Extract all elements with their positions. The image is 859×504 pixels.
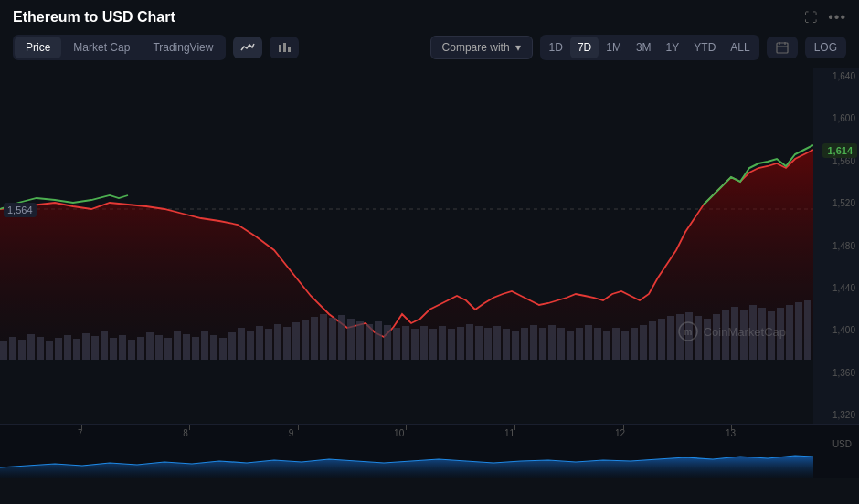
tf-7d[interactable]: 7D	[570, 37, 599, 58]
svg-rect-17	[82, 333, 90, 360]
svg-rect-65	[521, 328, 528, 360]
svg-rect-40	[292, 322, 300, 360]
compare-dropdown-icon: ▾	[515, 41, 521, 54]
chart-header: Ethereum to USD Chart ⛶ •••	[0, 0, 859, 31]
expand-icon[interactable]: ⛶	[804, 10, 817, 25]
svg-rect-36	[256, 326, 263, 360]
tf-1y[interactable]: 1Y	[659, 37, 687, 58]
line-chart-button[interactable]	[233, 37, 262, 58]
tf-all[interactable]: ALL	[723, 37, 757, 58]
svg-rect-76	[621, 331, 629, 360]
start-price-label: 1,564	[4, 203, 37, 217]
svg-rect-39	[283, 327, 291, 360]
bar-chart-icon	[277, 41, 292, 54]
svg-rect-16	[73, 339, 80, 360]
log-button[interactable]: LOG	[805, 37, 846, 58]
svg-rect-81	[667, 316, 674, 360]
svg-rect-8	[0, 341, 7, 360]
svg-rect-35	[247, 331, 254, 360]
svg-rect-15	[64, 335, 71, 360]
svg-rect-94	[786, 305, 793, 360]
tf-3m[interactable]: 3M	[629, 37, 659, 58]
tab-market-cap[interactable]: Market Cap	[62, 37, 141, 58]
svg-rect-13	[46, 341, 53, 360]
svg-rect-47	[356, 321, 364, 360]
svg-rect-10	[18, 340, 26, 360]
svg-rect-11	[27, 334, 35, 360]
svg-rect-61	[484, 328, 492, 360]
svg-rect-56	[439, 326, 446, 360]
chart-area: 1,640 1,600 1,560 1,520 1,480 1,440 1,40…	[0, 68, 859, 424]
usd-label: USD	[832, 439, 852, 449]
svg-rect-26	[164, 338, 172, 360]
tick-12	[623, 425, 624, 430]
compare-button[interactable]: Compare with ▾	[430, 36, 533, 59]
watermark: m CoinMarketCap	[678, 321, 786, 341]
svg-rect-23	[137, 337, 144, 360]
svg-rect-64	[512, 331, 519, 360]
svg-rect-60	[475, 326, 483, 360]
svg-rect-55	[430, 329, 437, 360]
svg-rect-77	[631, 328, 638, 360]
y-label-1520: 1,520	[817, 198, 855, 208]
svg-text:m: m	[684, 327, 692, 337]
svg-rect-30	[201, 331, 208, 360]
tick-7	[81, 425, 82, 430]
view-tab-group: Price Market Cap TradingView	[13, 35, 226, 60]
svg-rect-21	[119, 335, 126, 360]
svg-rect-14	[55, 338, 62, 360]
svg-rect-63	[503, 329, 510, 360]
svg-rect-22	[128, 340, 135, 360]
line-chart-icon	[240, 41, 255, 54]
y-label-1480: 1,480	[817, 241, 855, 251]
more-icon[interactable]: •••	[828, 9, 846, 26]
svg-rect-24	[146, 332, 154, 360]
svg-rect-58	[457, 327, 464, 360]
svg-rect-34	[238, 328, 245, 360]
tab-tradingview[interactable]: TradingView	[142, 37, 224, 58]
cmc-logo-icon: m	[678, 321, 698, 341]
svg-rect-28	[183, 334, 190, 360]
svg-rect-48	[366, 324, 373, 360]
svg-rect-95	[795, 302, 802, 360]
svg-rect-53	[411, 329, 419, 360]
svg-rect-70	[567, 331, 574, 360]
svg-rect-9	[9, 337, 16, 360]
toolbar: Price Market Cap TradingView Compare wit…	[0, 31, 859, 68]
tick-10	[406, 425, 407, 430]
svg-rect-38	[274, 324, 281, 360]
svg-rect-49	[375, 321, 382, 360]
end-price-label: 1,614	[822, 143, 857, 158]
price-chart	[0, 68, 813, 424]
svg-rect-32	[219, 338, 227, 360]
svg-rect-96	[804, 300, 811, 360]
svg-rect-18	[91, 336, 99, 360]
tf-ytd[interactable]: YTD	[686, 37, 723, 58]
bar-chart-button[interactable]	[270, 37, 299, 58]
svg-rect-73	[594, 328, 601, 360]
y-label-1640: 1,640	[817, 71, 855, 81]
tf-1m[interactable]: 1M	[599, 37, 629, 58]
svg-rect-20	[110, 338, 117, 360]
svg-rect-2	[288, 47, 291, 52]
y-label-1320: 1,320	[817, 410, 855, 420]
watermark-text: CoinMarketCap	[704, 325, 786, 339]
svg-rect-19	[101, 331, 108, 360]
svg-rect-62	[493, 326, 501, 360]
svg-rect-27	[174, 331, 181, 360]
svg-rect-78	[640, 325, 647, 360]
y-label-1400: 1,400	[817, 325, 855, 335]
y-label-1440: 1,440	[817, 283, 855, 293]
tab-price[interactable]: Price	[15, 37, 61, 58]
svg-rect-57	[448, 329, 455, 360]
calendar-button[interactable]	[767, 37, 798, 58]
y-label-1360: 1,360	[817, 368, 855, 378]
svg-rect-31	[210, 335, 217, 360]
svg-rect-3	[777, 43, 788, 53]
svg-rect-59	[466, 324, 473, 360]
mini-chart	[0, 449, 813, 478]
bottom-strip: 7 8 9 10 11 12 13 USD	[0, 424, 859, 478]
tf-1d[interactable]: 1D	[542, 37, 570, 58]
svg-rect-0	[279, 45, 281, 52]
svg-rect-68	[548, 325, 556, 360]
